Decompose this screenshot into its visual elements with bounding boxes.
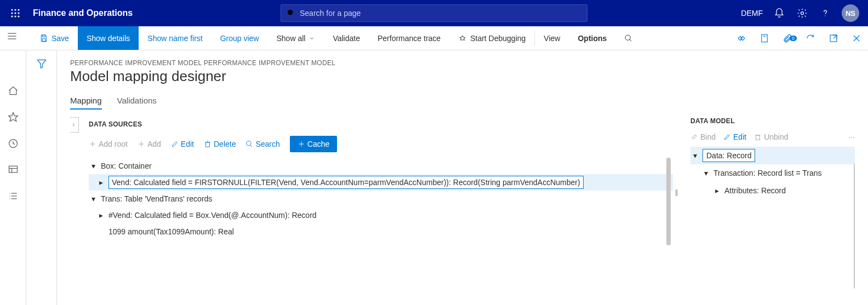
delete-button[interactable]: Delete bbox=[204, 140, 236, 148]
group-view-button[interactable]: Group view bbox=[212, 26, 268, 50]
caret-down-icon[interactable]: ▾ bbox=[690, 151, 699, 160]
svg-point-24 bbox=[625, 35, 630, 40]
gear-icon[interactable] bbox=[796, 7, 809, 20]
data-sources-tree: ▾ Box: Container ▸ Vend: Calculated fiel… bbox=[89, 158, 673, 240]
svg-point-7 bbox=[14, 15, 16, 17]
tree-node-vend[interactable]: ▸ Vend: Calculated field = FIRSTORNULL(F… bbox=[89, 174, 673, 191]
caret-down-icon[interactable]: ▾ bbox=[89, 194, 98, 203]
svg-point-4 bbox=[14, 12, 16, 14]
svg-line-23 bbox=[464, 39, 465, 41]
save-label: Save bbox=[52, 34, 69, 43]
data-sources-header: DATA SOURCES bbox=[89, 117, 673, 128]
attach-tool-icon[interactable]: 0 bbox=[776, 33, 799, 43]
svg-point-2 bbox=[18, 9, 19, 10]
recent-icon[interactable] bbox=[7, 137, 20, 150]
edit-button[interactable]: Edit bbox=[171, 140, 194, 148]
star-icon[interactable] bbox=[7, 111, 20, 124]
collapse-handle[interactable] bbox=[70, 117, 79, 133]
dm-node-transaction[interactable]: ▾ Transaction: Record list = Trans bbox=[690, 164, 855, 182]
ds-search-button[interactable]: Search bbox=[245, 140, 279, 148]
save-button[interactable]: Save bbox=[31, 26, 78, 50]
tree-node-box[interactable]: ▾ Box: Container bbox=[89, 158, 673, 174]
view-menu[interactable]: View bbox=[535, 26, 569, 50]
svg-point-6 bbox=[11, 15, 13, 17]
tree-scrollbar[interactable] bbox=[666, 158, 671, 245]
dm-more-icon[interactable]: ··· bbox=[848, 133, 855, 141]
app-title: Finance and Operations bbox=[33, 8, 133, 18]
data-model-header: DATA MODEL bbox=[690, 117, 855, 125]
performance-trace-button[interactable]: Performance trace bbox=[369, 26, 449, 50]
bind-button[interactable]: Bind bbox=[690, 133, 716, 141]
page-title: Model mapping designer bbox=[70, 68, 855, 85]
home-icon[interactable] bbox=[7, 84, 20, 97]
start-debugging-button[interactable]: Start Debugging bbox=[449, 26, 534, 50]
data-model-tree: ▾ Data: Record ▾ Transaction: Record lis… bbox=[690, 147, 855, 199]
toolbar-search-icon[interactable] bbox=[615, 26, 642, 50]
tree-node-hash-vend[interactable]: ▸ #Vend: Calculated field = Box.Vend(@.A… bbox=[89, 207, 673, 223]
cache-button[interactable]: Cache bbox=[290, 136, 337, 152]
svg-point-0 bbox=[11, 9, 13, 10]
user-avatar[interactable]: NS bbox=[842, 4, 859, 22]
caret-right-icon[interactable]: ▸ bbox=[96, 211, 105, 220]
link-tool-icon[interactable] bbox=[730, 33, 753, 43]
show-name-first-button[interactable]: Show name first bbox=[139, 26, 211, 50]
caret-down-icon[interactable]: ▾ bbox=[701, 169, 710, 177]
add-button[interactable]: Add bbox=[138, 140, 161, 148]
svg-point-8 bbox=[18, 15, 19, 17]
panel-splitter[interactable]: || bbox=[673, 117, 679, 305]
svg-line-52 bbox=[250, 145, 252, 147]
tab-validations[interactable]: Validations bbox=[117, 96, 157, 110]
modules-icon[interactable] bbox=[7, 189, 20, 203]
top-nav: Finance and Operations DEMF NS bbox=[0, 0, 868, 26]
svg-rect-16 bbox=[42, 35, 45, 37]
svg-rect-34 bbox=[9, 166, 17, 172]
caret-down-icon[interactable]: ▾ bbox=[89, 162, 98, 170]
svg-point-18 bbox=[461, 36, 465, 40]
nav-toggle-icon[interactable] bbox=[7, 31, 18, 43]
options-menu[interactable]: Options bbox=[569, 26, 615, 50]
caret-right-icon[interactable]: ▸ bbox=[712, 186, 721, 195]
show-all-dropdown[interactable]: Show all bbox=[268, 26, 324, 50]
dm-node-attributes[interactable]: ▸ Attributes: Record bbox=[690, 182, 855, 199]
tree-node-trans[interactable]: ▾ Trans: Table 'VendTrans' records bbox=[89, 191, 673, 207]
close-icon[interactable] bbox=[845, 33, 868, 43]
add-root-button[interactable]: Add root bbox=[89, 140, 128, 148]
popout-icon[interactable] bbox=[822, 33, 845, 43]
svg-point-1 bbox=[14, 9, 16, 10]
svg-line-22 bbox=[460, 39, 461, 41]
filter-column bbox=[26, 50, 57, 305]
svg-point-51 bbox=[247, 141, 251, 146]
workspace-icon[interactable] bbox=[7, 163, 20, 176]
notification-icon[interactable] bbox=[773, 7, 786, 20]
svg-point-5 bbox=[18, 12, 19, 14]
chevron-down-icon bbox=[309, 35, 315, 42]
svg-rect-26 bbox=[762, 34, 768, 42]
refresh-icon[interactable] bbox=[799, 33, 822, 43]
svg-rect-48 bbox=[205, 142, 209, 147]
office-tool-icon[interactable] bbox=[753, 33, 776, 43]
tab-mapping[interactable]: Mapping bbox=[70, 96, 102, 110]
help-icon[interactable] bbox=[819, 7, 832, 20]
dm-scrollbar-vertical[interactable] bbox=[854, 163, 855, 289]
breadcrumb: PERFORMANCE IMPROVEMENT MODEL PERFORMANC… bbox=[70, 59, 855, 67]
search-icon bbox=[287, 9, 295, 18]
dm-edit-button[interactable]: Edit bbox=[723, 133, 746, 141]
tree-node-1099[interactable]: 1099 amount(Tax1099Amount): Real bbox=[89, 223, 673, 240]
left-rail bbox=[0, 50, 26, 305]
show-details-button[interactable]: Show details bbox=[78, 26, 139, 50]
svg-point-9 bbox=[288, 10, 293, 15]
app-launcher-icon[interactable] bbox=[4, 0, 26, 26]
svg-point-3 bbox=[11, 12, 13, 14]
svg-point-11 bbox=[801, 12, 804, 15]
svg-point-12 bbox=[825, 15, 825, 16]
global-search[interactable] bbox=[281, 4, 587, 22]
caret-right-icon[interactable]: ▸ bbox=[96, 178, 105, 187]
svg-line-25 bbox=[630, 39, 631, 41]
validate-button[interactable]: Validate bbox=[324, 26, 369, 50]
svg-line-29 bbox=[833, 35, 837, 38]
filter-icon[interactable] bbox=[36, 58, 47, 305]
dm-node-data[interactable]: ▾ Data: Record bbox=[690, 147, 855, 164]
unbind-button[interactable]: Unbind bbox=[754, 133, 788, 141]
search-input[interactable] bbox=[300, 9, 581, 18]
svg-marker-43 bbox=[37, 60, 45, 68]
